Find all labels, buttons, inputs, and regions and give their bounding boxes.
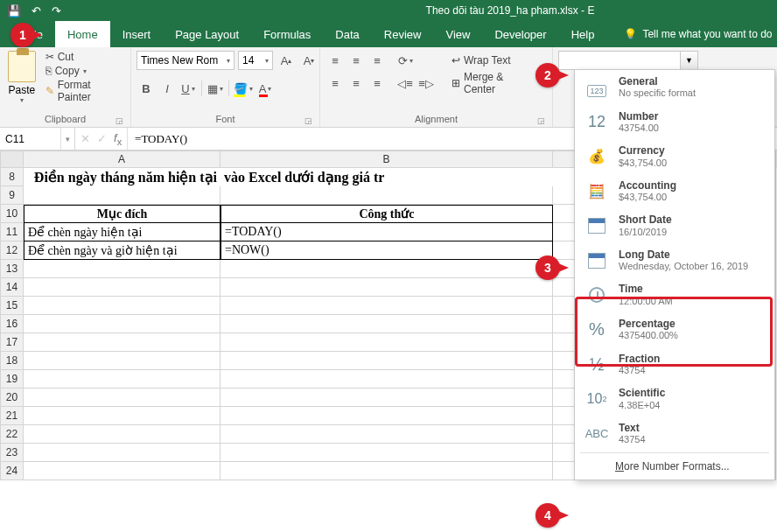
- cell[interactable]: [24, 297, 220, 315]
- font-size-dropdown[interactable]: 14▾: [238, 51, 273, 70]
- row-header[interactable]: 23: [0, 444, 24, 462]
- align-right-icon[interactable]: ≡: [368, 74, 387, 93]
- format-option-accounting[interactable]: 🧮Accounting$43,754.00: [575, 174, 774, 209]
- tab-home[interactable]: Home: [55, 21, 110, 47]
- enter-formula-icon[interactable]: ✓: [97, 132, 107, 145]
- chevron-down-icon[interactable]: ▼: [680, 52, 697, 69]
- cell[interactable]: [24, 260, 220, 278]
- borders-button[interactable]: ▦: [206, 79, 225, 98]
- cell[interactable]: [24, 352, 220, 370]
- save-icon[interactable]: 💾: [7, 4, 21, 18]
- font-name-dropdown[interactable]: Times New Rom▾: [136, 51, 234, 70]
- tab-insert[interactable]: Insert: [110, 21, 164, 47]
- cell[interactable]: [220, 407, 553, 425]
- cell[interactable]: Để chèn ngày hiện tại: [24, 223, 220, 242]
- cell[interactable]: [24, 315, 220, 333]
- more-number-formats[interactable]: More Number Formats...: [575, 455, 774, 476]
- cell[interactable]: [24, 278, 220, 297]
- tab-page-layout[interactable]: Page Layout: [163, 21, 251, 47]
- cell[interactable]: vào Excel dưới dạng giá tr: [220, 168, 553, 186]
- merge-center-button[interactable]: ⊞Merge & Center▾: [448, 74, 547, 93]
- cell[interactable]: [220, 315, 553, 333]
- row-header[interactable]: 8: [0, 168, 24, 186]
- fill-color-button[interactable]: 🪣: [233, 79, 254, 98]
- row-header[interactable]: 14: [0, 278, 24, 297]
- row-header[interactable]: 24: [0, 462, 24, 480]
- dialog-launcher-icon[interactable]: ◲: [537, 116, 545, 125]
- font-color-button[interactable]: A: [256, 79, 275, 98]
- format-option-fraction[interactable]: ½Fraction43754: [575, 347, 774, 382]
- cell[interactable]: Điền ngày tháng năm hiện tại: [24, 168, 220, 186]
- format-option-time[interactable]: Time12:00:00 AM: [575, 277, 774, 312]
- dialog-launcher-icon[interactable]: ◲: [116, 116, 123, 125]
- orientation-icon[interactable]: ⟳: [396, 51, 415, 70]
- cell[interactable]: Để chèn ngày và giờ hiện tại: [24, 242, 220, 260]
- number-format-dropdown[interactable]: ▼: [558, 51, 698, 70]
- cancel-formula-icon[interactable]: ✕: [80, 132, 90, 145]
- copy-button[interactable]: ⎘Copy▾: [42, 65, 125, 77]
- tab-help[interactable]: Help: [559, 21, 607, 47]
- format-option-text[interactable]: ABCText43754: [575, 416, 774, 452]
- cell[interactable]: [24, 186, 220, 205]
- row-header[interactable]: 12: [0, 242, 24, 260]
- cell[interactable]: Mục đích: [24, 205, 220, 223]
- cell[interactable]: [220, 297, 553, 315]
- decrease-font-icon[interactable]: A▾: [299, 51, 318, 70]
- format-option-scientific[interactable]: 102Scientific4.38E+04: [575, 382, 774, 416]
- cell[interactable]: [24, 370, 220, 388]
- tab-developer[interactable]: Developer: [482, 21, 558, 47]
- cell[interactable]: [220, 370, 553, 388]
- format-option-general[interactable]: 123GeneralNo specific format: [575, 70, 774, 105]
- row-header[interactable]: 9: [0, 186, 24, 205]
- cell[interactable]: [220, 352, 553, 370]
- row-header[interactable]: 17: [0, 333, 24, 352]
- cell[interactable]: Công thức: [220, 205, 553, 223]
- dialog-launcher-icon[interactable]: ◲: [304, 116, 312, 125]
- align-top-icon[interactable]: ≡: [326, 51, 345, 70]
- bold-button[interactable]: B: [136, 79, 156, 98]
- chevron-down-icon[interactable]: ▾: [60, 128, 74, 150]
- cell[interactable]: [220, 425, 553, 444]
- cell[interactable]: =NOW(): [220, 242, 553, 260]
- align-left-icon[interactable]: ≡: [326, 74, 345, 93]
- align-bottom-icon[interactable]: ≡: [368, 51, 387, 70]
- column-header[interactable]: B: [220, 150, 553, 168]
- tab-formulas[interactable]: Formulas: [251, 21, 323, 47]
- cell[interactable]: [24, 462, 220, 480]
- format-painter-button[interactable]: ✎Format Painter: [42, 79, 125, 103]
- undo-icon[interactable]: ↶: [32, 4, 41, 18]
- select-all-corner[interactable]: [0, 150, 24, 168]
- cell[interactable]: [220, 186, 553, 205]
- cell[interactable]: [24, 388, 220, 407]
- underline-button[interactable]: U: [178, 79, 198, 98]
- row-header[interactable]: 11: [0, 223, 24, 242]
- fx-icon[interactable]: fx: [114, 131, 122, 147]
- format-option-percentage[interactable]: %Percentage4375400.00%: [575, 312, 774, 347]
- wrap-text-button[interactable]: ↩Wrap Text: [448, 51, 547, 70]
- row-header[interactable]: 18: [0, 352, 24, 370]
- cell[interactable]: [24, 444, 220, 462]
- decrease-indent-icon[interactable]: ◁≡: [396, 74, 415, 93]
- format-option-long-date[interactable]: Long DateWednesday, October 16, 2019: [575, 243, 774, 278]
- row-header[interactable]: 19: [0, 370, 24, 388]
- cell[interactable]: [220, 444, 553, 462]
- tab-review[interactable]: Review: [372, 21, 434, 47]
- row-header[interactable]: 13: [0, 260, 24, 278]
- redo-icon[interactable]: ↷: [52, 4, 61, 18]
- row-header[interactable]: 22: [0, 425, 24, 444]
- cell[interactable]: [220, 260, 553, 278]
- cell[interactable]: [220, 278, 553, 297]
- column-header[interactable]: A: [24, 150, 220, 168]
- paste-button[interactable]: Paste ▾: [5, 51, 38, 104]
- cell[interactable]: [220, 333, 553, 352]
- italic-button[interactable]: I: [158, 79, 177, 98]
- align-middle-icon[interactable]: ≡: [346, 51, 366, 70]
- row-header[interactable]: 21: [0, 407, 24, 425]
- format-option-number[interactable]: 12Number43754.00: [575, 105, 774, 140]
- cell[interactable]: [24, 407, 220, 425]
- cell[interactable]: [24, 333, 220, 352]
- align-center-icon[interactable]: ≡: [346, 74, 366, 93]
- tab-data[interactable]: Data: [323, 21, 371, 47]
- row-header[interactable]: 20: [0, 388, 24, 407]
- cut-button[interactable]: ✂Cut: [42, 51, 125, 63]
